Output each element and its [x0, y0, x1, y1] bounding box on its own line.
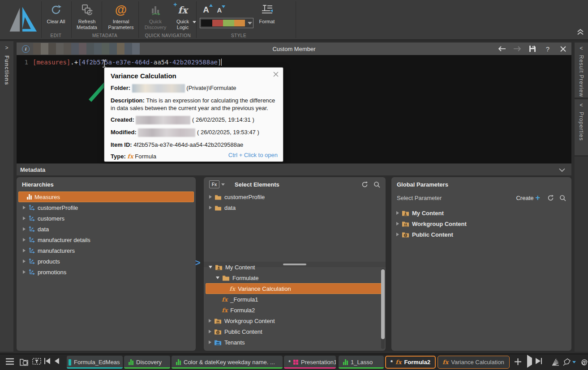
scrollbar-thumb[interactable] [381, 269, 385, 339]
expand-caret-icon[interactable] [209, 330, 211, 333]
content-item-public-content[interactable]: Public Content [204, 326, 386, 337]
hierarchy-item-manufacturers[interactable]: manufacturers [17, 245, 196, 256]
last-tab-icon[interactable] [536, 358, 542, 364]
metadata-collapse-icon[interactable] [559, 166, 565, 173]
expand-caret-icon[interactable] [23, 206, 26, 209]
run-fan-icon[interactable] [551, 358, 560, 367]
clear-all-button[interactable]: Clear All [43, 2, 69, 25]
tab-variance-calculation[interactable]: fx Variance Calculation [438, 356, 510, 369]
help-icon[interactable]: ? [544, 45, 552, 53]
expand-caret-icon[interactable] [209, 206, 212, 209]
refresh-icon[interactable] [547, 195, 554, 201]
ribbon-collapse-button[interactable] [576, 29, 584, 37]
first-tab-icon[interactable] [44, 358, 50, 364]
tab-dropdown-caret-icon[interactable] [435, 361, 436, 364]
content-item-formula1[interactable]: fx _Formula1 [204, 294, 386, 305]
tab-underline [339, 367, 384, 369]
font-increase-button[interactable]: A [201, 2, 211, 18]
tab-formula-edmeas[interactable]: Formula_EdMeas [67, 356, 123, 369]
expand-caret-icon[interactable] [396, 222, 399, 225]
hierarchy-item-data[interactable]: data [17, 224, 196, 234]
content-item-workgroup-content[interactable]: Workgroup Content [204, 315, 386, 326]
parameter-item-workgroup-content[interactable]: Workgroup Content [391, 218, 571, 229]
content-item-variance-calculation[interactable]: fx Variance Calculation [206, 283, 384, 294]
browse-content-icon[interactable] [20, 358, 29, 367]
tab-1-lasso[interactable]: 1_Lasso [339, 356, 384, 369]
code-line[interactable]: 1[measures].+[4f2b575a-e37e-464d-aa54-42… [17, 59, 222, 66]
color-palette-picker[interactable] [200, 18, 253, 28]
content-tree-scrollbar[interactable] [381, 268, 385, 349]
pointer-dropdown-caret-icon[interactable] [572, 361, 576, 363]
hierarchy-item-measures[interactable]: Measures [18, 191, 194, 202]
menu-icon[interactable] [5, 358, 14, 366]
expand-caret-icon[interactable] [23, 227, 26, 231]
elements-folder-customerprofile[interactable]: customerProfile [204, 191, 386, 202]
info-icon[interactable]: i [22, 45, 30, 53]
functions-rail[interactable]: > Functions [0, 41, 13, 352]
content-item-formula2[interactable]: fx Formula2 [204, 305, 386, 315]
expand-caret-icon[interactable] [396, 233, 399, 236]
functions-expand-icon[interactable]: > [0, 41, 13, 51]
pyramid-logo-icon[interactable] [5, 4, 38, 36]
save-icon[interactable] [528, 45, 536, 53]
parameter-item-public-content[interactable]: Public Content [391, 229, 571, 240]
panel-splitter-chevron[interactable]: > [195, 258, 201, 268]
previous-tab-icon[interactable] [55, 358, 59, 364]
tab-presentation1[interactable]: * Presentation1 [284, 356, 336, 369]
expand-caret-icon[interactable] [209, 195, 212, 199]
code-editor[interactable]: 1[measures].+[4f2b575a-e37e-464d-aa54-42… [17, 55, 571, 163]
expand-caret-icon[interactable] [396, 211, 399, 215]
expand-caret-icon[interactable] [23, 238, 26, 242]
tab-color-datekey[interactable]: Color & dateKey weekday name. ... [172, 356, 283, 369]
spiral-icon[interactable] [579, 358, 588, 368]
expand-caret-icon[interactable] [209, 319, 211, 323]
collapse-caret-icon[interactable] [209, 266, 212, 268]
quick-logic-caret-icon [193, 21, 196, 23]
expand-caret-icon[interactable] [23, 249, 26, 252]
undo-arrow-icon[interactable] [498, 45, 506, 53]
font-decrease-button[interactable]: A [214, 2, 225, 18]
interactions-filter-icon[interactable] [32, 358, 41, 367]
content-item-formulate[interactable]: Formulate [204, 272, 386, 283]
create-parameter-button[interactable]: Create + [516, 194, 540, 201]
expand-caret-icon[interactable] [23, 259, 26, 263]
redo-arrow-icon[interactable] [513, 45, 521, 53]
content-item-my-content[interactable]: My Content [204, 262, 386, 272]
result-preview-rail[interactable]: < Result Preview [575, 43, 588, 98]
parameter-item-my-content[interactable]: My Content [391, 208, 571, 218]
search-icon[interactable] [559, 195, 566, 201]
hierarchy-item-manufacturer-details[interactable]: manufacturer details [17, 234, 196, 245]
refresh-metadata-button[interactable]: Refresh Metadata [73, 2, 101, 30]
content-item-tenants[interactable]: Tenants [204, 337, 386, 348]
quick-discovery-button[interactable]: Quick Discovery [141, 2, 170, 30]
tab-discovery[interactable]: Discovery [124, 356, 170, 369]
pointer-tag-icon[interactable] [563, 358, 576, 366]
format-button[interactable]: Format [256, 2, 278, 25]
expand-caret-icon[interactable] [209, 340, 211, 344]
hierarchy-item-products[interactable]: products [17, 256, 196, 267]
tooltip-open-hint[interactable]: Ctrl + Click to open [228, 152, 278, 158]
properties-expand-icon[interactable]: < [575, 99, 588, 108]
internal-parameters-button[interactable]: @ Internal Parameters [106, 2, 136, 30]
expand-caret-icon[interactable] [23, 270, 26, 274]
add-tab-icon[interactable] [514, 358, 522, 367]
metadata-section-bar[interactable]: Metadata [17, 164, 571, 175]
item-tooltip: Variance Calculation Folder: (Private)\F… [104, 67, 283, 162]
result-preview-expand-icon[interactable]: < [575, 43, 588, 51]
hierarchy-item-customerprofile[interactable]: customerProfile [17, 202, 196, 213]
quick-logic-button[interactable]: +fx Quick Logic [171, 2, 194, 30]
hierarchy-item-promotions[interactable]: promotions [17, 267, 196, 277]
expand-caret-icon[interactable] [23, 217, 26, 220]
tab-formula2-active[interactable]: * fx Formula2 [385, 356, 436, 369]
refresh-icon[interactable] [361, 181, 368, 188]
fx-type-dropdown[interactable]: Fx [209, 180, 225, 188]
search-icon[interactable] [373, 181, 380, 188]
properties-rail[interactable]: < Properties [575, 99, 588, 155]
elements-folder-data[interactable]: data [204, 202, 386, 213]
close-icon[interactable] [559, 45, 567, 53]
hierarchy-item-customers[interactable]: customers [17, 213, 196, 224]
collapse-caret-icon[interactable] [216, 276, 219, 279]
next-tab-icon[interactable] [527, 358, 532, 365]
at-icon: @ [115, 3, 127, 17]
tooltip-close-icon[interactable] [273, 71, 279, 78]
